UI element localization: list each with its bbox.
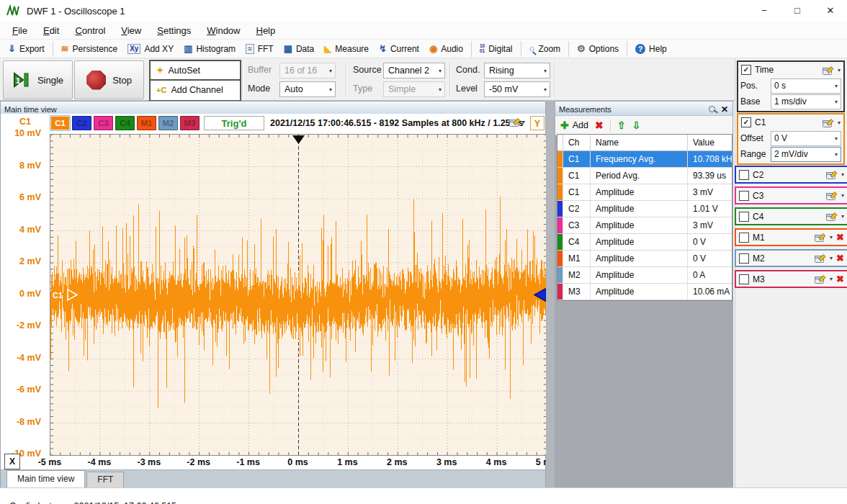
config-icon[interactable] xyxy=(815,274,826,284)
toolbar-button[interactable]: ◉ Audio xyxy=(424,41,468,57)
trigger-source-select[interactable]: Channel 2 ▾ xyxy=(383,63,445,78)
time-base-select[interactable]: 1 ms/div ▾ xyxy=(771,94,841,109)
measurement-row[interactable]: C1 Amplitude 3 mV xyxy=(557,184,732,201)
x-axis-button[interactable]: X xyxy=(4,454,20,469)
measurement-row[interactable]: M1 Amplitude 0 V xyxy=(557,251,732,267)
chevron-down-icon[interactable]: ▾ xyxy=(841,171,844,178)
config-icon[interactable] xyxy=(823,118,834,127)
channel-checkbox[interactable] xyxy=(739,170,749,180)
y-axis-button[interactable]: Y xyxy=(530,116,544,130)
pin-icon[interactable] xyxy=(709,106,715,112)
move-down-icon[interactable]: ⇩ xyxy=(632,120,640,131)
view-tab[interactable]: FFT xyxy=(86,472,124,487)
time-position-select[interactable]: 0 s ▾ xyxy=(771,78,841,94)
channel-checkbox[interactable] xyxy=(739,233,749,243)
close-panel-icon[interactable]: ✕ xyxy=(721,104,728,114)
toolbar-button[interactable]: ↯ Current xyxy=(374,41,424,57)
plot-channel-button[interactable]: C1 xyxy=(50,116,70,130)
channel-checkbox[interactable] xyxy=(739,253,749,264)
menu-item[interactable]: Settings xyxy=(149,22,199,39)
config-icon[interactable] xyxy=(826,212,838,221)
menu-item[interactable]: View xyxy=(113,22,149,39)
minimize-button[interactable]: − xyxy=(748,0,781,22)
channel-checkbox[interactable] xyxy=(739,212,749,222)
delete-channel-icon[interactable]: ✖ xyxy=(836,253,844,263)
maximize-button[interactable]: □ xyxy=(781,0,814,22)
toolbar-button[interactable]: ○ Zoom xyxy=(521,41,566,57)
measurement-row[interactable]: C4 Amplitude 0 V xyxy=(557,234,732,251)
measurement-row[interactable]: M3 Amplitude 10.06 mA xyxy=(557,284,732,300)
plot-channel-button[interactable]: M3 xyxy=(180,116,200,130)
config-icon[interactable] xyxy=(823,66,834,75)
menu-item[interactable]: Window xyxy=(199,22,248,39)
channel-panel-bar[interactable]: M3 ▾ ✖ xyxy=(735,270,847,288)
channel1-range-select[interactable]: 2 mV/div ▾ xyxy=(771,147,841,162)
channel-panel-bar[interactable]: M2 ▾ ✖ xyxy=(735,249,847,267)
measurement-row[interactable]: C3 Amplitude 3 mV xyxy=(557,217,732,234)
toolbar-button[interactable]: ⚙ Options xyxy=(568,41,624,57)
pane-divider[interactable] xyxy=(546,101,555,487)
mode-select[interactable]: Auto ▾ xyxy=(279,81,336,97)
plot-channel-button[interactable]: M2 xyxy=(158,116,178,130)
add-measurement-button[interactable]: ✚ Add xyxy=(560,120,588,131)
channel-panel-bar[interactable]: C3 ▾ ✖ xyxy=(735,186,847,204)
measurement-row[interactable]: C1 Frequency Avg. 10.708 kHz xyxy=(557,151,732,168)
channel-checkbox[interactable] xyxy=(739,191,749,201)
config-icon[interactable] xyxy=(826,191,838,200)
menu-item[interactable]: Edit xyxy=(35,22,67,39)
plot-channel-button[interactable]: C4 xyxy=(115,116,135,130)
toolbar-button[interactable]: ⇓ Export xyxy=(3,41,50,57)
trigger-condition-select[interactable]: Rising ▾ xyxy=(484,63,550,78)
chevron-down-icon[interactable]: ▾ xyxy=(522,119,525,125)
stop-button[interactable]: Stop xyxy=(74,60,144,99)
chevron-down-icon[interactable]: ▾ xyxy=(838,120,841,126)
menu-item[interactable]: Control xyxy=(67,22,113,39)
trigger-level-select[interactable]: -50 mV ▾ xyxy=(484,81,550,97)
move-up-icon[interactable]: ⇧ xyxy=(617,120,626,131)
buffer-select[interactable]: 16 of 16 ▾ xyxy=(279,63,336,78)
chevron-down-icon[interactable]: ▾ xyxy=(830,255,833,261)
chevron-down-icon[interactable]: ▾ xyxy=(830,234,833,240)
single-button[interactable]: 1 Single xyxy=(3,60,73,99)
time-checkbox[interactable]: ✓ xyxy=(741,65,751,75)
toolbar-button[interactable]: ◣ Measure xyxy=(319,41,374,57)
delete-channel-icon[interactable]: ✖ xyxy=(836,233,844,242)
plot-channel-button[interactable]: C2 xyxy=(72,116,91,130)
channel-panel-bar[interactable]: C4 ▾ ✖ xyxy=(735,207,847,225)
chevron-down-icon[interactable]: ▾ xyxy=(841,192,844,199)
toolbar-button[interactable]: ≋ Persistence xyxy=(53,41,123,57)
menu-item[interactable]: File xyxy=(4,22,35,39)
menu-item[interactable]: Help xyxy=(248,22,283,39)
config-icon[interactable] xyxy=(826,170,838,179)
config-icon[interactable] xyxy=(509,117,521,127)
channel1-checkbox[interactable]: ✓ xyxy=(741,117,751,127)
view-tab[interactable]: Main time view xyxy=(6,470,85,487)
delete-measurement-icon[interactable]: ✖ xyxy=(595,120,604,131)
toolbar-button[interactable]: ▦ Data xyxy=(279,41,320,57)
toolbar-button[interactable]: Xy Add XY xyxy=(122,41,179,57)
chevron-down-icon[interactable]: ▾ xyxy=(838,67,841,73)
measurement-row[interactable]: M2 Amplitude 0 A xyxy=(557,267,732,284)
autoset-button[interactable]: ✦ AutoSet xyxy=(151,61,240,81)
channel-panel-bar[interactable]: C2 ▾ ✖ xyxy=(735,166,847,184)
chevron-down-icon[interactable]: ▾ xyxy=(830,276,833,282)
measurement-row[interactable]: C1 Period Avg. 93.39 us xyxy=(557,168,732,184)
toolbar-button[interactable]: ? Help xyxy=(627,41,672,57)
channel-checkbox[interactable] xyxy=(739,274,749,284)
trigger-type-select[interactable]: Simple ▾ xyxy=(383,81,445,97)
channel-panel-bar[interactable]: M1 ▾ ✖ xyxy=(735,228,847,246)
config-icon[interactable] xyxy=(815,253,826,263)
plot-channel-button[interactable]: C3 xyxy=(94,116,113,130)
config-icon[interactable] xyxy=(815,233,826,242)
toolbar-button[interactable]: ▥ Histogram xyxy=(179,41,241,57)
trigger-position-marker[interactable] xyxy=(292,135,305,144)
chevron-down-icon[interactable]: ▾ xyxy=(841,213,844,220)
toolbar-button[interactable]: ≈ FFT xyxy=(241,41,279,57)
channel1-offset-select[interactable]: 0 V ▾ xyxy=(771,131,841,146)
toolbar-button[interactable]: 10 01 Digital xyxy=(471,41,518,57)
delete-channel-icon[interactable]: ✖ xyxy=(836,274,844,284)
plot-channel-button[interactable]: M1 xyxy=(137,116,156,130)
add-channel-button[interactable]: +C Add Channel xyxy=(151,81,240,99)
measurement-row[interactable]: C2 Amplitude 1.01 V xyxy=(557,201,732,217)
waveform-plot[interactable]: C1 xyxy=(50,134,547,456)
